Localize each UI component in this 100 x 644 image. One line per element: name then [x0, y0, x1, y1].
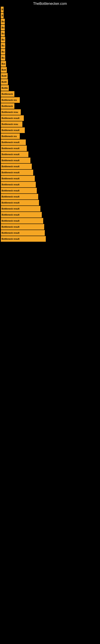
bar-label: Bottleneck result — [1, 232, 19, 234]
bar-item: Bottleneck result — [1, 140, 26, 145]
bar-row: Bott — [0, 67, 100, 73]
bar-item: Bottle — [1, 85, 9, 91]
bar-item: Bottleneck resu — [1, 121, 22, 127]
bar-row: Bottleneck — [0, 103, 100, 109]
bar-item: Bottleneck result — [1, 206, 40, 212]
bar-item: Bottl — [1, 79, 8, 85]
bar-row: Bo — [0, 19, 100, 24]
bar-label: Bottleneck result — [1, 196, 19, 198]
bar-item: Bottleneck — [1, 103, 14, 109]
bar-row: Bottleneck result — [0, 236, 100, 242]
bar-label: B — [1, 14, 3, 17]
bar-label: Bottleneck result — [1, 183, 19, 186]
bar-item: Bottleneck result — [1, 152, 28, 157]
bar-label: Bottleneck result — [1, 238, 19, 240]
bar-row: Bottleneck result — [0, 146, 100, 151]
bar-label: Bottleneck res — [1, 99, 17, 101]
bar-label: Bottleneck result — [1, 177, 19, 180]
bar-item: Bottleneck result — [1, 236, 46, 242]
bar-row: Bottleneck result — [0, 224, 100, 230]
bar-label: Bottleneck result — [1, 226, 19, 228]
bar-item: Bo — [1, 37, 5, 42]
bar-label: Bo — [1, 20, 4, 23]
bar-label: Bottleneck result — [1, 153, 19, 156]
bar-item: Bo — [1, 49, 5, 54]
bar-row: Bot — [0, 61, 100, 66]
bar-label: Bottleneck res — [1, 135, 17, 138]
bar-label: Bottleneck result — [1, 208, 19, 210]
bar-row: Bottleneck result — [0, 128, 100, 133]
bar-row: Bottleneck resu — [0, 109, 100, 115]
bar-item: Bott — [1, 67, 7, 73]
bar-row: Bottleneck result — [0, 170, 100, 175]
bar-item: Bo — [1, 25, 5, 30]
bar-label: Bottleneck result — [1, 171, 19, 174]
bar-item: Bottl — [1, 73, 8, 79]
bar-item: Bottleneck result — [1, 188, 37, 194]
bar-label: Bottleneck result — [1, 214, 19, 216]
bar-row: Bottl — [0, 79, 100, 85]
bar-row: B — [0, 13, 100, 18]
bar-row: Bottleneck result — [0, 115, 100, 121]
bar-row: Bottl — [0, 73, 100, 79]
bar-item: Bottleneck result — [1, 128, 25, 133]
bar-label: Bottleneck result — [1, 117, 19, 119]
bar-row: Bottleneck result — [0, 212, 100, 218]
bar-label: Bo — [1, 32, 4, 35]
bar-label: Bottleneck — [1, 105, 13, 107]
bar-item: Bottleneck result — [1, 182, 36, 187]
bar-item: Bottleneck res — [1, 97, 20, 103]
bar-row: Bottleneck result — [0, 206, 100, 212]
bar-label: Bottl — [1, 81, 7, 83]
bar-row: Bottleneck res — [0, 97, 100, 103]
bar-label: Bottl — [1, 75, 7, 77]
bar-item: Bo — [1, 43, 5, 48]
bar-row: Bottleneck result — [0, 164, 100, 169]
bar-row: Bottleneck result — [0, 152, 100, 157]
bar-row: Bottleneck result — [0, 140, 100, 145]
bar-label: Bo — [1, 38, 4, 41]
bar-row: Bottleneck res — [0, 134, 100, 139]
bar-row: Bottleneck result — [0, 158, 100, 163]
bar-row: Bottleneck result — [0, 230, 100, 236]
bar-label: Bottleneck result — [1, 147, 19, 150]
bar-item: Bottleneck result — [1, 146, 27, 151]
bar-row: Bottleneck result — [0, 176, 100, 181]
bar-item: Bottleneck result — [1, 164, 32, 169]
bar-label: Bottleneck resu — [1, 111, 18, 113]
bar-row: Bo — [0, 49, 100, 54]
bar-item: Bottleneck res — [1, 134, 20, 139]
bar-item: Bottleneck result — [1, 200, 39, 206]
bar-row: Bo — [0, 37, 100, 42]
bar-row: Bo — [0, 31, 100, 36]
bar-item: Bottleneck result — [1, 230, 45, 236]
bar-row: Bottleneck result — [0, 188, 100, 194]
bar-item: Bo — [1, 19, 5, 24]
bar-item: Bo — [1, 31, 5, 36]
bar-item: Bottleneck result — [1, 115, 24, 121]
bar-label: Bottleneck resu — [1, 123, 18, 126]
bar-label: Bo — [1, 44, 4, 47]
bar-label: Bottleneck result — [1, 165, 19, 168]
bar-label: Bo — [1, 26, 4, 29]
bar-row: Bottleneck result — [0, 194, 100, 200]
bar-row: Bottleneck result — [0, 182, 100, 187]
bar-row: Bottle — [0, 85, 100, 91]
bar-label: Bott — [1, 69, 6, 71]
bar-item: Bo — [1, 55, 5, 60]
bar-row: Bo — [0, 43, 100, 48]
bar-item: Bottleneck result — [1, 212, 42, 218]
bar-row: B — [0, 7, 100, 12]
bar-item: Bottleneck result — [1, 194, 38, 200]
bar-label: Bottleneck result — [1, 141, 19, 144]
bar-label: Bottleneck — [1, 93, 13, 95]
bar-item: Bottleneck result — [1, 170, 33, 175]
bar-row: Bo — [0, 55, 100, 60]
bar-row: Bottleneck resu — [0, 121, 100, 127]
bar-row: Bottleneck — [0, 91, 100, 97]
bar-label: Bo — [1, 50, 4, 53]
bar-label: Bottleneck result — [1, 202, 19, 204]
bar-label: Bo — [1, 56, 4, 59]
bar-label: Bottleneck result — [1, 159, 19, 162]
bar-label: Bot — [1, 62, 5, 65]
